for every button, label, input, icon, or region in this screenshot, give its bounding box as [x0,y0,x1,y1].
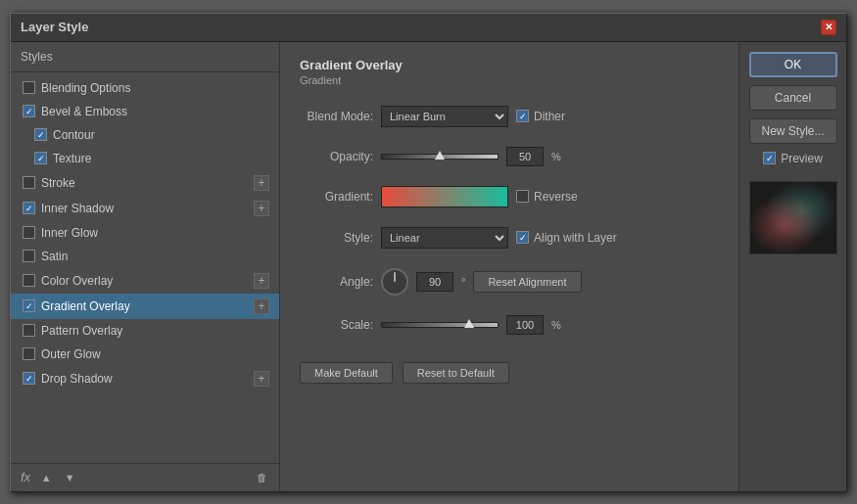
action-buttons-row: Make Default Reset to Default [300,362,719,384]
panel-title: Gradient Overlay [300,58,719,72]
style-select[interactable]: Linear Radial Angle Reflected Diamond [381,227,508,249]
add-inner-shadow-button[interactable]: + [254,201,269,216]
dither-label: Dither [534,110,565,123]
move-down-button[interactable]: ▼ [62,470,77,485]
add-drop-shadow-button[interactable]: + [254,371,269,387]
scale-slider-track[interactable] [381,322,499,328]
sidebar-item-gradient-overlay[interactable]: Gradient Overlay + [11,294,279,319]
checkbox-inner-glow[interactable] [23,226,35,239]
checkbox-dither[interactable] [516,110,529,122]
close-button[interactable]: ✕ [821,20,836,35]
opacity-slider-track[interactable] [381,154,499,160]
checkbox-pattern-overlay[interactable] [23,324,35,337]
blend-mode-label: Blend Mode: [300,110,373,123]
checkbox-stroke[interactable] [23,176,35,189]
label-color-overlay: Color Overlay [41,274,113,288]
sidebar-item-bevel-emboss[interactable]: Bevel & Emboss [11,100,279,123]
dialog-body: Styles Blending Options Bevel & Emboss C… [11,42,846,491]
label-gradient-overlay: Gradient Overlay [41,299,130,313]
label-bevel-emboss: Bevel & Emboss [41,105,127,118]
preview-label: Preview [781,152,823,165]
sidebar-item-drop-shadow[interactable]: Drop Shadow + [11,366,279,391]
layer-footer: fx ▲ ▼ 🗑 [11,463,279,491]
scale-row: Scale: % [300,315,719,335]
sidebar-item-contour[interactable]: Contour [11,123,279,147]
sidebar-item-stroke[interactable]: Stroke + [11,170,279,196]
opacity-slider-container [381,154,499,160]
label-satin: Satin [41,250,68,263]
opacity-input[interactable] [506,147,544,166]
ok-button[interactable]: OK [749,52,837,77]
panel-subtitle: Gradient [300,74,719,86]
checkbox-bevel-emboss[interactable] [23,105,35,117]
checkbox-texture[interactable] [34,152,47,164]
label-drop-shadow: Drop Shadow [41,372,113,386]
scale-percent: % [551,319,561,331]
sidebar-item-inner-glow[interactable]: Inner Glow [11,221,279,245]
sidebar-item-inner-shadow[interactable]: Inner Shadow + [11,196,279,221]
scale-slider-container [381,322,499,328]
sidebar-item-blending-options[interactable]: Blending Options [11,76,279,100]
blend-mode-select[interactable]: Linear Burn Normal Multiply Screen [381,106,508,127]
reset-alignment-button[interactable]: Reset Alignment [473,271,581,293]
title-bar: Layer Style ✕ [11,14,846,42]
checkbox-align-layer[interactable] [516,231,529,244]
cancel-button[interactable]: Cancel [749,85,837,111]
angle-input[interactable] [416,272,453,292]
align-layer-label: Align with Layer [534,231,617,245]
reverse-group: Reverse [516,190,578,204]
styles-header: Styles [11,42,279,72]
sidebar-item-color-overlay[interactable]: Color Overlay + [11,268,279,294]
checkbox-inner-shadow[interactable] [23,202,35,214]
scale-input[interactable] [506,315,544,335]
label-blending-options: Blending Options [41,81,130,95]
make-default-button[interactable]: Make Default [300,362,393,384]
label-pattern-overlay: Pattern Overlay [41,324,122,338]
add-gradient-overlay-button[interactable]: + [254,298,269,314]
checkbox-reverse[interactable] [516,190,529,203]
blend-mode-row: Blend Mode: Linear Burn Normal Multiply … [300,106,719,127]
add-stroke-button[interactable]: + [254,175,269,191]
checkbox-color-overlay[interactable] [23,274,35,287]
checkbox-blending-options[interactable] [23,81,35,94]
label-inner-glow: Inner Glow [41,226,98,240]
angle-row: Angle: ° Reset Alignment [300,268,719,296]
dialog-title: Layer Style [21,20,88,34]
fx-label: fx [21,470,30,484]
opacity-slider-thumb[interactable] [435,151,445,160]
middle-panel: Gradient Overlay Gradient Blend Mode: Li… [280,42,738,491]
sidebar-item-pattern-overlay[interactable]: Pattern Overlay [11,319,279,343]
preview-label-group: Preview [763,152,823,165]
layer-list: Blending Options Bevel & Emboss Contour … [11,72,279,463]
checkbox-gradient-overlay[interactable] [23,299,35,312]
align-layer-group: Align with Layer [516,231,617,245]
label-stroke: Stroke [41,176,75,190]
delete-button[interactable]: 🗑 [254,470,269,485]
style-row: Style: Linear Radial Angle Reflected Dia… [300,227,719,249]
reverse-label: Reverse [534,190,578,204]
label-outer-glow: Outer Glow [41,347,101,361]
checkbox-preview[interactable] [763,152,776,164]
left-panel: Styles Blending Options Bevel & Emboss C… [11,42,280,491]
label-inner-shadow: Inner Shadow [41,202,114,215]
new-style-button[interactable]: New Style... [749,118,837,144]
reset-to-default-button[interactable]: Reset to Default [403,362,509,384]
scale-label: Scale: [300,318,373,332]
gradient-preview[interactable] [381,186,508,207]
add-color-overlay-button[interactable]: + [254,273,269,289]
dither-group: Dither [516,110,565,123]
scale-slider-thumb[interactable] [464,319,474,328]
sidebar-item-outer-glow[interactable]: Outer Glow [11,343,279,366]
sidebar-item-texture[interactable]: Texture [11,147,279,170]
preview-image [750,182,836,253]
gradient-row: Gradient: Reverse [300,186,719,207]
layer-style-dialog: Layer Style ✕ Styles Blending Options Be… [10,13,847,492]
checkbox-satin[interactable] [23,250,35,262]
checkbox-outer-glow[interactable] [23,347,35,360]
checkbox-contour[interactable] [34,128,47,141]
checkbox-drop-shadow[interactable] [23,372,35,385]
move-up-button[interactable]: ▲ [38,470,54,485]
angle-dial[interactable] [381,268,408,296]
sidebar-item-satin[interactable]: Satin [11,245,279,268]
opacity-row: Opacity: % [300,147,719,166]
